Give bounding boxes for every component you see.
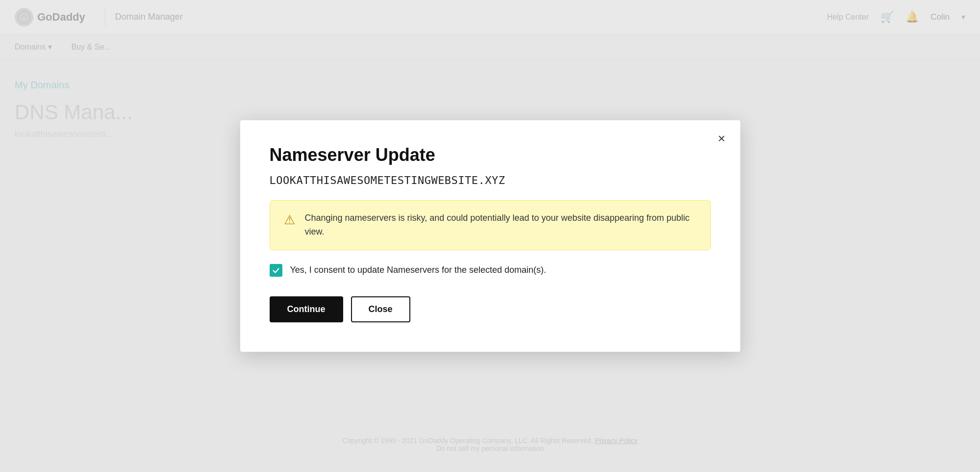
warning-box: ⚠ Changing nameservers is risky, and cou… (270, 200, 711, 250)
warning-triangle-icon: ⚠ (284, 212, 295, 228)
consent-row: Yes, I consent to update Nameservers for… (270, 264, 711, 277)
close-button[interactable]: Close (351, 296, 410, 322)
modal-actions: Continue Close (270, 296, 711, 322)
warning-text: Changing nameservers is risky, and could… (305, 211, 697, 239)
checkmark-icon (272, 266, 280, 274)
consent-label: Yes, I consent to update Nameservers for… (290, 265, 547, 275)
modal-domain: LOOKATTHISAWESOMETESTINGWEBSITE.XYZ (270, 174, 711, 186)
modal-title: Nameserver Update (270, 145, 711, 165)
modal-backdrop: × Nameserver Update LOOKATTHISAWESOMETES… (0, 0, 980, 472)
nameserver-update-modal: × Nameserver Update LOOKATTHISAWESOMETES… (240, 120, 740, 352)
consent-checkbox[interactable] (270, 264, 282, 277)
continue-button[interactable]: Continue (270, 296, 343, 322)
modal-close-button[interactable]: × (718, 132, 725, 145)
